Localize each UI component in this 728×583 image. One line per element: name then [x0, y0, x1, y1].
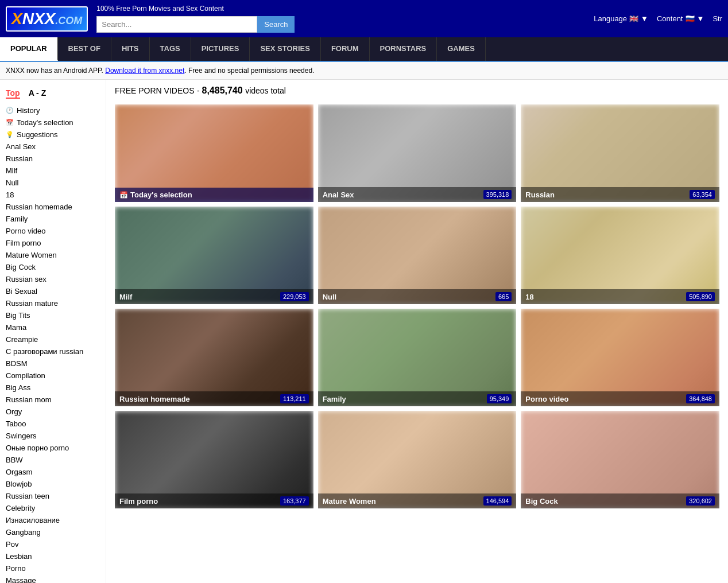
video-card-6[interactable]: Russian homemade113,211 — [115, 309, 313, 406]
sidebar-item-film-porno[interactable]: Film porno — [0, 237, 106, 249]
sidebar-item-russian-mature[interactable]: Russian mature — [0, 297, 106, 309]
video-count-6: 113,211 — [280, 394, 309, 403]
sidebar-item-lesbian[interactable]: Lesbian — [0, 550, 106, 562]
video-card-11[interactable]: Big Cock320,602 — [521, 411, 719, 508]
language-selector[interactable]: Language 🇬🇧 ▼ — [594, 14, 648, 23]
sidebar-item-label: Orgy — [6, 407, 22, 416]
sidebar-item-bdsm[interactable]: BDSM — [0, 357, 106, 370]
video-card-1[interactable]: Anal Sex395,318 — [318, 104, 517, 202]
video-count-4: 665 — [495, 292, 512, 301]
sidebar-item-porno-video[interactable]: Porno video — [0, 225, 106, 237]
sidebar-item-оные-порно-porno[interactable]: Оные порно porno — [0, 442, 106, 454]
sidebar-item-anal-sex[interactable]: Anal Sex — [0, 141, 106, 153]
video-card-5[interactable]: 18505,890 — [521, 207, 719, 304]
nav-item-hits[interactable]: HITS — [111, 37, 150, 61]
video-title-4: Null — [323, 293, 337, 301]
video-card-3[interactable]: Milf229,053 — [115, 207, 313, 304]
nav-item-sex-stories[interactable]: SEX STORIES — [250, 37, 320, 61]
sidebar-item-today's-selection[interactable]: 📅Today's selection — [0, 116, 106, 129]
nav-item-popular[interactable]: POPULAR — [0, 37, 58, 61]
sidebar-item-russian[interactable]: Russian — [0, 153, 106, 165]
sidebar-item-massage[interactable]: Massage — [0, 574, 106, 583]
content-title-text: FREE PORN VIDEOS — [115, 86, 194, 95]
sidebar-item-big-tits[interactable]: Big Tits — [0, 309, 106, 321]
sidebar-item-russian-mom[interactable]: Russian mom — [0, 394, 106, 406]
tagline: 100% Free Porn Movies and Sex Content — [96, 5, 585, 13]
sidebar-item-mature-women[interactable]: Mature Women — [0, 249, 106, 261]
search-button[interactable]: Search — [257, 16, 295, 33]
video-title-1: Anal Sex — [323, 191, 354, 199]
sidebar-item-label: Film porno — [6, 239, 41, 247]
nav-item-pornstars[interactable]: PORNSTARS — [370, 37, 437, 61]
sidebar-item-label: Russian mature — [6, 299, 58, 308]
sidebar-item-swingers[interactable]: Swingers — [0, 430, 106, 442]
sidebar-item-suggestions[interactable]: 💡Suggestions — [0, 129, 106, 141]
sidebar-item-blowjob[interactable]: Blowjob — [0, 478, 106, 490]
sidebar-item-compilation[interactable]: Compilation — [0, 370, 106, 382]
sidebar-item-history[interactable]: 🕐History — [0, 104, 106, 116]
sidebar-item-pov[interactable]: Pov — [0, 538, 106, 550]
nav-item-games[interactable]: GAMES — [437, 37, 486, 61]
video-title-0: 📅Today's selection — [119, 191, 192, 199]
header-right: Language 🇬🇧 ▼ Content 🇷🇺 ▼ Str — [594, 14, 722, 23]
sidebar-item-18[interactable]: 18 — [0, 189, 106, 201]
video-card-10[interactable]: Mature Women146,594 — [318, 411, 517, 508]
sidebar-item-label: Оные порно porno — [6, 444, 69, 452]
video-card-0[interactable]: 📅Today's selection — [115, 104, 313, 202]
sidebar-item-bbw[interactable]: BBW — [0, 454, 106, 466]
sidebar-item-big-cock[interactable]: Big Cock — [0, 261, 106, 273]
sidebar-item-taboo[interactable]: Taboo — [0, 418, 106, 430]
nav-item-tags[interactable]: TAGS — [150, 37, 191, 61]
sidebar-item-label: Big Cock — [6, 263, 36, 271]
sidebar-item-russian-homemade[interactable]: Russian homemade — [0, 201, 106, 213]
video-card-7[interactable]: Family95,349 — [318, 309, 517, 406]
sidebar-item-null[interactable]: Null — [0, 177, 106, 189]
video-card-2[interactable]: Russian63,354 — [521, 104, 719, 202]
sidebar-item-russian-sex[interactable]: Russian sex — [0, 273, 106, 285]
nav-item-forum[interactable]: FORUM — [321, 37, 370, 61]
sidebar-item-orgasm[interactable]: Orgasm — [0, 466, 106, 478]
sidebar-item-label: Massage — [6, 576, 36, 583]
sidebar-item-family[interactable]: Family — [0, 213, 106, 225]
sidebar-item-porno[interactable]: Porno — [0, 562, 106, 574]
sidebar-item-label: Orgasm — [6, 468, 32, 476]
video-title-9: Film porno — [119, 497, 158, 506]
sidebar-item-mama[interactable]: Mama — [0, 321, 106, 333]
sidebar-item-label: Bi Sexual — [6, 287, 37, 296]
sidebar-item-label: Compilation — [6, 371, 45, 380]
video-title-10: Mature Women — [323, 497, 376, 506]
sidebar-item-creampie[interactable]: Creampie — [0, 333, 106, 345]
sidebar-item-orgy[interactable]: Orgy — [0, 406, 106, 418]
sidebar-item-изнасилование[interactable]: Изнасилование — [0, 514, 106, 526]
sidebar-item-label: 18 — [6, 191, 14, 199]
site-logo[interactable]: XNXX.COM — [6, 6, 88, 32]
sidebar-item-gangbang[interactable]: Gangbang — [0, 526, 106, 538]
sidebar-item-bi-sexual[interactable]: Bi Sexual — [0, 285, 106, 297]
tab-az[interactable]: A - Z — [29, 88, 47, 99]
sidebar-item-label: Big Tits — [6, 311, 30, 320]
header-center: 100% Free Porn Movies and Sex Content Se… — [96, 5, 585, 33]
str-selector[interactable]: Str — [712, 14, 722, 23]
video-card-9[interactable]: Film porno163,377 — [115, 411, 313, 508]
video-card-8[interactable]: Porno video364,848 — [521, 309, 719, 406]
sidebar-item-label: History — [17, 106, 40, 115]
sidebar-item-с-разговорами-russian[interactable]: С разговорами russian — [0, 345, 106, 357]
header: XNXX.COM 100% Free Porn Movies and Sex C… — [0, 0, 728, 37]
nav-item-pictures[interactable]: PICTURES — [191, 37, 250, 61]
str-label: Str — [712, 14, 722, 23]
sidebar-icon: 📅 — [6, 119, 14, 126]
content-selector[interactable]: Content 🇷🇺 ▼ — [657, 14, 704, 23]
sidebar-item-label: Taboo — [6, 419, 26, 428]
sidebar-item-label: Russian — [6, 154, 33, 163]
video-card-4[interactable]: Null665 — [318, 207, 517, 304]
android-banner: XNXX now has an Android APP. Download it… — [0, 62, 728, 80]
android-link[interactable]: Download it from xnxx.net — [105, 67, 184, 75]
sidebar-item-milf[interactable]: Milf — [0, 165, 106, 177]
search-input[interactable] — [96, 16, 257, 33]
sidebar-item-celebrity[interactable]: Celebrity — [0, 502, 106, 514]
sidebar-item-big-ass[interactable]: Big Ass — [0, 382, 106, 394]
nav-item-best-of[interactable]: BEST OF — [58, 37, 111, 61]
sidebar-item-russian-teen[interactable]: Russian teen — [0, 490, 106, 502]
tab-top[interactable]: Top — [6, 88, 20, 99]
video-title-7: Family — [323, 395, 346, 403]
